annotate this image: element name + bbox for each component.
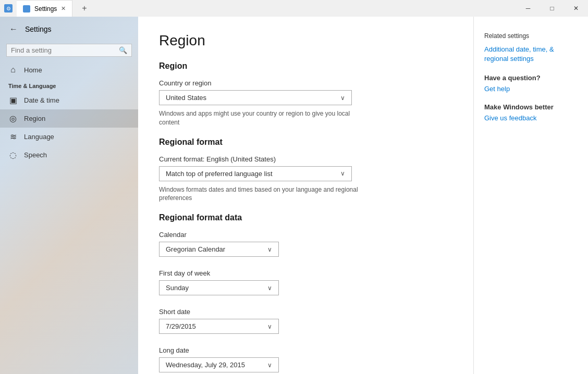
sidebar-item-home-label: Home (24, 66, 42, 74)
tab-icon (23, 5, 30, 13)
sidebar-item-date-time[interactable]: ▣ Date & time (0, 91, 138, 109)
calendar-dropdown-value: Gregorian Calendar (166, 245, 225, 253)
main-content: Region Region Country or region United S… (138, 17, 473, 374)
search-input[interactable] (11, 46, 116, 54)
back-button[interactable]: ← (6, 22, 21, 36)
long-date-dropdown-value: Wednesday, July 29, 2015 (166, 361, 245, 369)
sidebar-item-home[interactable]: ⌂ Home (0, 61, 138, 79)
sidebar-item-language-label: Language (24, 133, 54, 141)
window-controls: ─ □ ✕ (516, 0, 588, 17)
format-chevron-icon: ∨ (340, 170, 345, 177)
short-date-chevron-icon: ∨ (267, 323, 272, 330)
close-button[interactable]: ✕ (564, 0, 588, 17)
additional-settings-link[interactable]: Additional date, time, & regional settin… (484, 45, 578, 64)
titlebar-tab[interactable]: Settings ✕ (17, 0, 72, 17)
calendar-dropdown[interactable]: Gregorian Calendar ∨ (159, 242, 279, 257)
short-date-label: Short date (159, 308, 452, 316)
sidebar-item-region-label: Region (24, 115, 45, 122)
long-date-label: Long date (159, 346, 452, 354)
titlebar: ⚙ Settings ✕ + ─ □ ✕ (0, 0, 588, 17)
country-chevron-icon: ∨ (340, 94, 345, 102)
region-section-title: Region (159, 61, 452, 71)
related-settings-title: Related settings (484, 32, 578, 40)
speech-icon: ◌ (8, 150, 18, 160)
first-day-label: First day of week (159, 269, 452, 277)
language-icon: ≋ (8, 132, 18, 142)
tab-title: Settings (34, 5, 57, 13)
first-day-chevron-icon: ∨ (267, 284, 272, 292)
format-helper-text: Windows formats dates and times based on… (159, 185, 368, 203)
sidebar-item-language[interactable]: ≋ Language (0, 128, 138, 146)
new-tab-button[interactable]: + (77, 2, 92, 15)
region-section: Region Country or region United States ∨… (159, 61, 452, 127)
sidebar-item-date-time-label: Date & time (24, 96, 59, 104)
regional-format-section: Regional format Current format: English … (159, 138, 452, 203)
sidebar-item-speech[interactable]: ◌ Speech (0, 146, 138, 164)
short-date-dropdown[interactable]: 7/29/2015 ∨ (159, 319, 279, 334)
calendar-chevron-icon: ∨ (267, 246, 272, 253)
long-date-chevron-icon: ∨ (267, 361, 272, 369)
app-layout: ← Settings 🔍 ⌂ Home Time & Language ▣ Da… (0, 17, 588, 374)
first-day-dropdown[interactable]: Sunday ∨ (159, 280, 279, 295)
sidebar-section-label: Time & Language (0, 79, 138, 91)
short-date-dropdown-value: 7/29/2015 (166, 322, 196, 330)
titlebar-left: ⚙ Settings ✕ + (0, 0, 92, 17)
sidebar-content: ← Settings 🔍 ⌂ Home Time & Language ▣ Da… (0, 17, 138, 374)
get-help-link[interactable]: Get help (484, 85, 578, 93)
search-icon: 🔍 (119, 46, 127, 54)
right-panel: Related settings Additional date, time, … (473, 17, 588, 374)
give-feedback-link[interactable]: Give us feedback (484, 114, 578, 122)
country-helper-text: Windows and apps might use your country … (159, 109, 368, 127)
regional-format-title: Regional format (159, 138, 452, 147)
nav-header: ← Settings (0, 17, 138, 42)
home-icon: ⌂ (8, 65, 18, 74)
have-a-question-title: Have a question? (484, 74, 578, 82)
app-icon: ⚙ (4, 4, 13, 13)
minimize-button[interactable]: ─ (516, 0, 540, 17)
country-label: Country or region (159, 79, 452, 87)
country-dropdown-value: United States (166, 94, 206, 102)
maximize-button[interactable]: □ (540, 0, 564, 17)
nav-header-title: Settings (25, 25, 52, 33)
sidebar-item-region[interactable]: ◎ Region (0, 109, 138, 128)
page-title: Region (159, 32, 452, 49)
region-icon: ◎ (8, 114, 18, 123)
current-format-label: Current format: English (United States) (159, 155, 452, 163)
search-box[interactable]: 🔍 (6, 44, 132, 57)
tab-close-button[interactable]: ✕ (61, 5, 66, 12)
sidebar: ← Settings 🔍 ⌂ Home Time & Language ▣ Da… (0, 17, 138, 374)
date-time-icon: ▣ (8, 95, 18, 105)
country-dropdown[interactable]: United States ∨ (159, 90, 352, 105)
format-dropdown[interactable]: Match top of preferred language list ∨ (159, 166, 352, 181)
format-dropdown-value: Match top of preferred language list (166, 170, 273, 178)
long-date-dropdown[interactable]: Wednesday, July 29, 2015 ∨ (159, 357, 279, 372)
calendar-label: Calendar (159, 231, 452, 239)
regional-format-data-title: Regional format data (159, 213, 452, 222)
make-windows-better-title: Make Windows better (484, 103, 578, 111)
regional-format-data-section: Regional format data Calendar Gregorian … (159, 213, 452, 372)
sidebar-item-speech-label: Speech (24, 151, 47, 159)
first-day-dropdown-value: Sunday (166, 284, 189, 292)
